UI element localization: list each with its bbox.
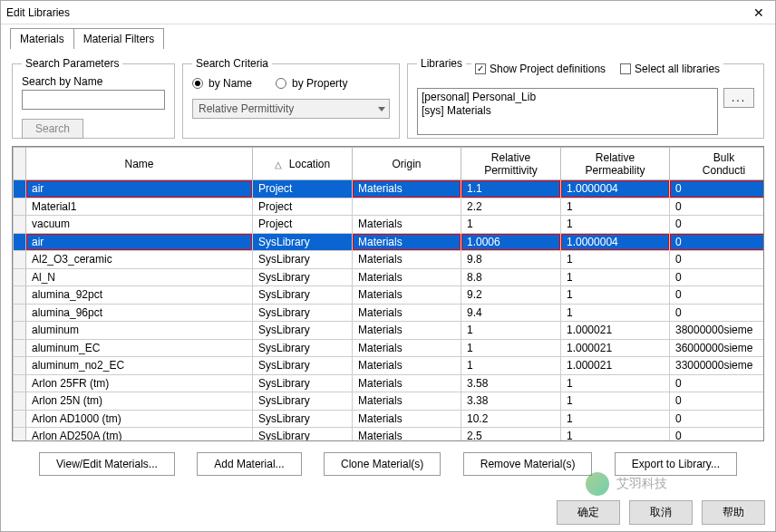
row-handle[interactable] <box>14 304 26 322</box>
table-row[interactable]: airProjectMaterials1.11.00000040 <box>14 180 765 198</box>
cell[interactable]: 1 <box>561 216 670 234</box>
row-handle[interactable] <box>14 410 26 428</box>
cell[interactable]: 2.5 <box>461 428 561 442</box>
cell[interactable]: 1.000021 <box>561 339 670 357</box>
cell[interactable]: Materials <box>353 428 461 442</box>
cell[interactable]: 1.000021 <box>561 357 670 375</box>
cell[interactable]: 1 <box>561 410 670 428</box>
checkbox-show-project[interactable]: ✓ Show Project definitions <box>475 63 606 75</box>
table-row[interactable]: Material1Project2.210 <box>14 198 765 216</box>
remove-material-button[interactable]: Remove Material(s) <box>463 452 593 476</box>
cell[interactable]: 1 <box>461 216 561 234</box>
row-handle[interactable] <box>14 233 26 251</box>
cell[interactable]: SysLibrary <box>253 374 353 392</box>
cell[interactable]: 0 <box>670 198 765 216</box>
list-item[interactable]: [personal] Personal_Lib <box>422 91 713 104</box>
cell[interactable]: Material1 <box>26 198 253 216</box>
cell[interactable]: 1.000021 <box>561 322 670 340</box>
cell[interactable]: SysLibrary <box>253 410 353 428</box>
help-button[interactable]: 帮助 <box>702 500 765 525</box>
search-button[interactable]: Search <box>22 119 83 139</box>
checkbox-select-all[interactable]: Select all libraries <box>620 63 720 75</box>
cell[interactable]: SysLibrary <box>253 233 353 251</box>
table-row[interactable]: Arlon 25N (tm)SysLibraryMaterials3.3810 <box>14 392 765 411</box>
row-handle[interactable] <box>14 180 26 198</box>
cell[interactable]: air <box>26 180 253 198</box>
table-row[interactable]: Arlon AD1000 (tm)SysLibraryMaterials10.2… <box>14 410 765 428</box>
cell[interactable]: 9.8 <box>461 251 561 269</box>
row-handle[interactable] <box>14 374 26 392</box>
cell[interactable]: SysLibrary <box>253 286 353 305</box>
table-row[interactable]: aluminum_no2_ECSysLibraryMaterials11.000… <box>14 357 765 375</box>
cell[interactable]: 0 <box>670 410 765 428</box>
cell[interactable]: SysLibrary <box>253 304 353 322</box>
cell[interactable]: Arlon AD250A (tm) <box>26 428 253 442</box>
col-name[interactable]: Name <box>26 148 253 180</box>
cell[interactable]: SysLibrary <box>253 428 353 442</box>
cell[interactable]: Materials <box>353 251 461 269</box>
cell[interactable]: 2.2 <box>461 198 561 216</box>
list-item[interactable]: [sys] Materials <box>422 104 713 118</box>
radio-by-property[interactable]: by Property <box>276 77 347 90</box>
cell[interactable]: 38000000sieme <box>670 322 765 340</box>
cell[interactable]: 0 <box>670 286 765 305</box>
cell[interactable]: Project <box>253 198 353 216</box>
cell[interactable]: alumina_92pct <box>26 286 253 305</box>
cell[interactable] <box>353 198 461 216</box>
cell[interactable]: Arlon AD1000 (tm) <box>26 410 253 428</box>
cell[interactable]: aluminum_EC <box>26 339 253 357</box>
table-row[interactable]: aluminumSysLibraryMaterials11.0000213800… <box>14 322 765 340</box>
cell[interactable]: 1 <box>561 304 670 322</box>
cell[interactable]: 0 <box>670 233 765 251</box>
col-permittivity[interactable]: RelativePermittivity <box>461 148 561 180</box>
cell[interactable]: 0 <box>670 251 765 269</box>
cell[interactable]: aluminum <box>26 322 253 340</box>
view-edit-materials-button[interactable]: View/Edit Materials... <box>39 452 175 476</box>
table-row[interactable]: alumina_96pctSysLibraryMaterials9.410 <box>14 304 765 322</box>
cell[interactable]: Materials <box>353 216 461 234</box>
row-handle[interactable] <box>14 357 26 375</box>
cell[interactable]: alumina_96pct <box>26 304 253 322</box>
row-handle[interactable] <box>14 198 26 216</box>
cell[interactable]: 1 <box>461 322 561 340</box>
cell[interactable]: Al_N <box>26 268 253 286</box>
cell[interactable]: 1 <box>561 392 670 411</box>
cell[interactable]: 0 <box>670 268 765 286</box>
cell[interactable]: Al2_O3_ceramic <box>26 251 253 269</box>
cell[interactable]: Materials <box>353 357 461 375</box>
cell[interactable]: 1.0000004 <box>561 180 670 198</box>
radio-by-name[interactable]: by Name <box>192 77 252 90</box>
add-material-button[interactable]: Add Material... <box>197 452 301 476</box>
row-handle[interactable] <box>14 322 26 340</box>
cell[interactable]: 8.8 <box>461 268 561 286</box>
cell[interactable]: Materials <box>353 268 461 286</box>
libraries-browse-button[interactable]: ... <box>723 88 754 108</box>
cell[interactable]: 1 <box>561 198 670 216</box>
table-row[interactable]: airSysLibraryMaterials1.00061.00000040 <box>14 233 765 251</box>
cell[interactable]: air <box>26 233 253 251</box>
col-permeability[interactable]: RelativePermeability <box>561 148 670 180</box>
cell[interactable]: 1 <box>461 357 561 375</box>
cell[interactable]: 3.58 <box>461 374 561 392</box>
row-handle[interactable] <box>14 392 26 411</box>
row-handle[interactable] <box>14 216 26 234</box>
cell[interactable]: vacuum <box>26 216 253 234</box>
cell[interactable]: Materials <box>353 339 461 357</box>
libraries-list[interactable]: [personal] Personal_Lib [sys] Materials <box>417 88 718 135</box>
tab-materials[interactable]: Materials <box>10 28 74 49</box>
row-handle[interactable] <box>14 339 26 357</box>
export-to-library-button[interactable]: Export to Library... <box>615 452 737 476</box>
row-handle[interactable] <box>14 251 26 269</box>
col-origin[interactable]: Origin <box>353 148 461 180</box>
cell[interactable]: 9.4 <box>461 304 561 322</box>
cell[interactable]: 0 <box>670 216 765 234</box>
cell[interactable]: Materials <box>353 410 461 428</box>
table-row[interactable]: alumina_92pctSysLibraryMaterials9.210 <box>14 286 765 305</box>
cell[interactable]: 10.2 <box>461 410 561 428</box>
clone-material-button[interactable]: Clone Material(s) <box>324 452 441 476</box>
cell[interactable]: aluminum_no2_EC <box>26 357 253 375</box>
ok-button[interactable]: 确定 <box>557 500 620 525</box>
table-row[interactable]: aluminum_ECSysLibraryMaterials11.0000213… <box>14 339 765 357</box>
cell[interactable]: Materials <box>353 304 461 322</box>
cell[interactable]: 1.0000004 <box>561 233 670 251</box>
